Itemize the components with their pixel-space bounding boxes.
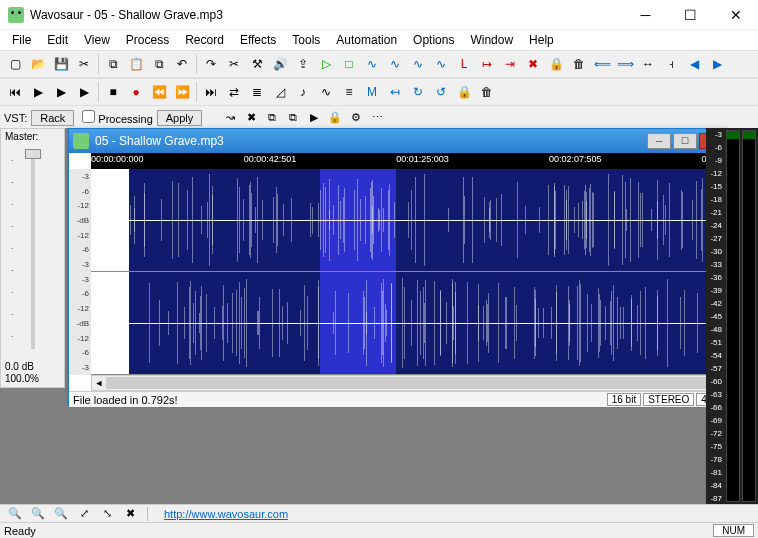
arrow-r-icon[interactable]: ▶ bbox=[706, 53, 728, 75]
vst-r4-icon[interactable]: ⧉ bbox=[283, 109, 303, 127]
marker-bold-icon[interactable]: ⇥ bbox=[499, 53, 521, 75]
vst-r2-icon[interactable]: ✖ bbox=[241, 109, 261, 127]
fit-sel-icon[interactable]: ⤢ bbox=[73, 506, 95, 522]
stop-green-icon[interactable]: □ bbox=[338, 53, 360, 75]
wavosaur-link[interactable]: http://www.wavosaur.com bbox=[164, 508, 288, 520]
waveform-display[interactable] bbox=[91, 169, 727, 375]
time-ruler[interactable]: 00:00:00:00000:00:42:50100:01:25:00300:0… bbox=[91, 153, 727, 169]
delete-icon[interactable]: 🗑 bbox=[568, 53, 590, 75]
loop-r-icon[interactable]: ↺ bbox=[430, 81, 452, 103]
lock-icon[interactable]: 🔒 bbox=[545, 53, 567, 75]
wave-tool-icon[interactable]: ∿ bbox=[315, 81, 337, 103]
menu-options[interactable]: Options bbox=[405, 31, 462, 49]
menu-effects[interactable]: Effects bbox=[232, 31, 284, 49]
stop-icon[interactable]: ■ bbox=[102, 81, 124, 103]
spectrum-icon[interactable]: ≣ bbox=[246, 81, 268, 103]
fit-all-icon[interactable]: ⤡ bbox=[96, 506, 118, 522]
menu-file[interactable]: File bbox=[4, 31, 39, 49]
play-green-icon[interactable]: ▷ bbox=[315, 53, 337, 75]
menu-view[interactable]: View bbox=[76, 31, 118, 49]
m-start-icon[interactable]: M bbox=[361, 81, 383, 103]
menu-tools[interactable]: Tools bbox=[284, 31, 328, 49]
maximize-button[interactable]: ☐ bbox=[668, 0, 713, 30]
vst-r5-icon[interactable]: ▶ bbox=[304, 109, 324, 127]
minimize-button[interactable]: ─ bbox=[623, 0, 668, 30]
open-icon[interactable]: 📂 bbox=[27, 53, 49, 75]
properties-icon[interactable]: ⚒ bbox=[246, 53, 268, 75]
play-sel-icon[interactable]: ▶ bbox=[50, 81, 72, 103]
redo-icon[interactable]: ↷ bbox=[200, 53, 222, 75]
meter-tick: -24 bbox=[706, 221, 722, 230]
eq-icon[interactable]: ≡ bbox=[338, 81, 360, 103]
menu-process[interactable]: Process bbox=[118, 31, 177, 49]
vst-r8-icon[interactable]: ⋯ bbox=[367, 109, 387, 127]
close-button[interactable]: ✕ bbox=[713, 0, 758, 30]
paste-icon[interactable]: 📋 bbox=[125, 53, 147, 75]
menu-record[interactable]: Record bbox=[177, 31, 232, 49]
meter-tick: -27 bbox=[706, 234, 722, 243]
lock2-icon[interactable]: 🔒 bbox=[453, 81, 475, 103]
prev-icon[interactable]: ⏪ bbox=[148, 81, 170, 103]
env-icon[interactable]: ◿ bbox=[269, 81, 291, 103]
meter-tick: -87 bbox=[706, 494, 722, 503]
vst-r1-icon[interactable]: ↝ bbox=[220, 109, 240, 127]
snap-icon[interactable]: ⫞ bbox=[660, 53, 682, 75]
menu-help[interactable]: Help bbox=[521, 31, 562, 49]
marker-r-icon[interactable]: ↦ bbox=[476, 53, 498, 75]
scroll-thumb[interactable] bbox=[106, 377, 712, 389]
wave-s-icon[interactable]: ∿ bbox=[361, 53, 383, 75]
marker-clear-icon[interactable]: ✖ bbox=[522, 53, 544, 75]
skip-icon[interactable]: ↔ bbox=[637, 53, 659, 75]
wave-i-icon[interactable]: ∿ bbox=[384, 53, 406, 75]
marker-l-icon[interactable]: L bbox=[453, 53, 475, 75]
crop-icon[interactable]: ✂ bbox=[223, 53, 245, 75]
export-icon[interactable]: ⇪ bbox=[292, 53, 314, 75]
vst-r3-icon[interactable]: ⧉ bbox=[262, 109, 282, 127]
horizontal-scrollbar[interactable]: ◄ ► bbox=[91, 375, 727, 391]
scroll-left-button[interactable]: ◄ bbox=[92, 376, 106, 390]
pitch-icon[interactable]: ♪ bbox=[292, 81, 314, 103]
doc-minimize-button[interactable]: ─ bbox=[647, 133, 671, 149]
skip-fwd-icon[interactable]: ⟹ bbox=[614, 53, 636, 75]
doc-maximize-button[interactable]: ☐ bbox=[673, 133, 697, 149]
end-icon[interactable]: ⏭ bbox=[200, 81, 222, 103]
rewind-icon[interactable]: ⏮ bbox=[4, 81, 26, 103]
db-tick: -dB bbox=[69, 216, 89, 225]
vst-rack-button[interactable]: Rack bbox=[31, 110, 74, 126]
master-slider-thumb[interactable] bbox=[25, 149, 41, 159]
toggle-icon[interactable]: ⇄ bbox=[223, 81, 245, 103]
skip-back-icon[interactable]: ⟸ bbox=[591, 53, 613, 75]
new-icon[interactable]: ▢ bbox=[4, 53, 26, 75]
menu-window[interactable]: Window bbox=[462, 31, 521, 49]
loop-l-icon[interactable]: ↻ bbox=[407, 81, 429, 103]
wave-l-icon[interactable]: ∿ bbox=[430, 53, 452, 75]
vst-apply-button[interactable]: Apply bbox=[157, 110, 203, 126]
wave-r-icon[interactable]: ∿ bbox=[407, 53, 429, 75]
document-window: 05 - Shallow Grave.mp3 ─ ☐ ✕ 00:00:00:00… bbox=[68, 128, 728, 406]
fit-x-icon[interactable]: ✖ bbox=[119, 506, 141, 522]
m-end-icon[interactable]: ↤ bbox=[384, 81, 406, 103]
trim-icon[interactable]: ⧉ bbox=[148, 53, 170, 75]
volume-icon[interactable]: 🔊 bbox=[269, 53, 291, 75]
level-meter: -3-6-9-12-15-18-21-24-27-30-33-36-39-42-… bbox=[706, 128, 758, 504]
play-icon[interactable]: ▶ bbox=[27, 81, 49, 103]
zoom-out-icon[interactable]: 🔍 bbox=[4, 506, 26, 522]
zoom-sel-icon[interactable]: 🔍 bbox=[27, 506, 49, 522]
menu-edit[interactable]: Edit bbox=[39, 31, 76, 49]
trash-icon[interactable]: 🗑 bbox=[476, 81, 498, 103]
cut-icon[interactable]: ✂ bbox=[73, 53, 95, 75]
next-icon[interactable]: ⏩ bbox=[171, 81, 193, 103]
copy-icon[interactable]: ⧉ bbox=[102, 53, 124, 75]
meter-tick: -84 bbox=[706, 481, 722, 490]
vst-processing-checkbox[interactable]: Processing bbox=[82, 110, 152, 125]
vst-r7-icon[interactable]: ⚙ bbox=[346, 109, 366, 127]
arrow-l-icon[interactable]: ◀ bbox=[683, 53, 705, 75]
vst-r6-icon[interactable]: 🔒 bbox=[325, 109, 345, 127]
menu-automation[interactable]: Automation bbox=[328, 31, 405, 49]
zoom-in-icon[interactable]: 🔍 bbox=[50, 506, 72, 522]
play-loop-icon[interactable]: ▶ bbox=[73, 81, 95, 103]
undo-icon[interactable]: ↶ bbox=[171, 53, 193, 75]
record-icon[interactable]: ● bbox=[125, 81, 147, 103]
doc-titlebar[interactable]: 05 - Shallow Grave.mp3 ─ ☐ ✕ bbox=[69, 129, 727, 153]
save-icon[interactable]: 💾 bbox=[50, 53, 72, 75]
